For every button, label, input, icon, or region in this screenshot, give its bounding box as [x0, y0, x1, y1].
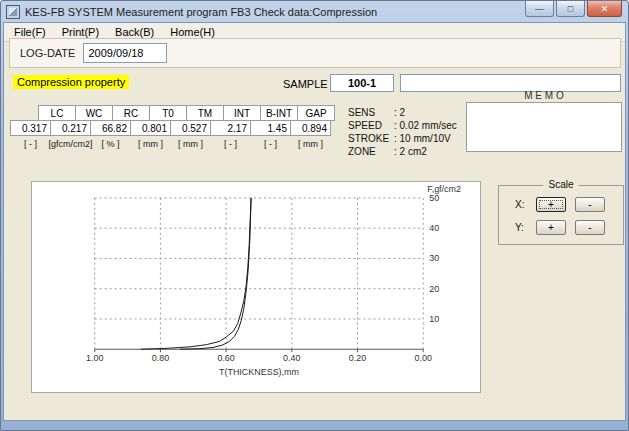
unit-label: [gfcm/cm2] [50, 136, 91, 151]
minimize-button[interactable]: — [525, 1, 554, 17]
x-axis-label: X: [515, 199, 527, 210]
y-tick-label: 40 [429, 223, 439, 233]
unit-label: [ mm ] [290, 136, 331, 151]
value-cell: 0.217 [50, 120, 91, 136]
condition-value: : 2 [394, 106, 405, 119]
app-icon[interactable] [6, 5, 20, 19]
y-scale-minus-button[interactable]: - [575, 220, 605, 235]
condition-label: SPEED [348, 119, 394, 132]
column-header: B-INT [260, 105, 298, 121]
app-window: KES-FB SYSTEM Measurement program FB3 Ch… [0, 0, 629, 431]
unit-label: [ - ] [250, 136, 291, 151]
condition-label: ZONE [348, 145, 394, 158]
unit-label: [ mm ] [170, 136, 211, 151]
client-area: File(F)Print(P)Back(B)Home(H) LOG-DATE 2… [4, 23, 625, 420]
value-cell: 1.45 [250, 120, 291, 136]
y-tick-label: 10 [429, 314, 439, 324]
condition-stroke: STROKE: 10 mm/10V [348, 132, 457, 145]
column-header: INT [223, 105, 261, 121]
condition-label: STROKE [348, 132, 394, 145]
log-date-panel: LOG-DATE 2009/09/18 [9, 38, 621, 68]
chart-y-axis-title: F,gf/cm2 [427, 184, 461, 194]
y-scale-row: Y: + - [515, 220, 623, 235]
value-cell: 0.317 [10, 120, 51, 136]
x-tick-label: 0.60 [217, 353, 234, 363]
column-header: LC [38, 105, 76, 121]
value-cell: 66.82 [90, 120, 131, 136]
x-tick-label: 0.20 [349, 353, 366, 363]
condition-label: SENS [348, 106, 394, 119]
results-table-unit-row: [ - ][gfcm/cm2][ % ][ mm ][ mm ][ - ][ -… [10, 136, 335, 151]
x-tick-label: 0.00 [415, 353, 432, 363]
title-bar[interactable]: KES-FB SYSTEM Measurement program FB3 Ch… [1, 1, 628, 23]
results-table-header-row: LCWCRCT0TMINTB-INTGAP [38, 105, 335, 121]
column-header: GAP [297, 105, 335, 121]
x-tick-label: 0.40 [283, 353, 300, 363]
condition-value: : 0.02 mm/sec [394, 119, 457, 132]
memo-label: M E M O [466, 90, 622, 101]
value-cell: 0.894 [290, 120, 331, 136]
results-table: LCWCRCT0TMINTB-INTGAP 0.3170.21766.820.8… [10, 105, 335, 151]
compression-chart: 1.000.800.600.400.200.001020304050F,gf/c… [32, 182, 480, 393]
y-scale-plus-button[interactable]: + [536, 220, 566, 235]
log-date-label: LOG-DATE [20, 47, 75, 59]
x-tick-label: 0.80 [152, 353, 169, 363]
y-tick-label: 20 [429, 284, 439, 294]
x-scale-minus-button[interactable]: - [575, 197, 605, 212]
y-tick-label: 30 [429, 253, 439, 263]
results-table-value-row: 0.3170.21766.820.8010.5272.171.450.894 [10, 120, 335, 136]
sample-label: SAMPLE [283, 78, 328, 90]
caption-buttons: — □ ✕ [525, 1, 622, 17]
window-title: KES-FB SYSTEM Measurement program FB3 Ch… [25, 6, 520, 18]
compression-recovery-curve [180, 198, 251, 349]
unit-label: [ - ] [10, 136, 51, 151]
y-axis-label: Y: [515, 222, 527, 233]
condition-value: : 10 mm/10V [394, 132, 451, 145]
y-tick-label: 50 [429, 193, 439, 203]
column-header: RC [112, 105, 150, 121]
sample-field[interactable]: 100-1 [330, 74, 394, 92]
condition-speed: SPEED: 0.02 mm/sec [348, 119, 457, 132]
close-button[interactable]: ✕ [587, 1, 622, 17]
unit-label: [ - ] [210, 136, 251, 151]
log-date-field[interactable]: 2009/09/18 [83, 43, 167, 63]
x-scale-row: X: + - [515, 197, 623, 212]
measurement-conditions-panel: SENS: 2SPEED: 0.02 mm/secSTROKE: 10 mm/1… [348, 106, 457, 158]
scale-panel: Scale X: + - Y: + - [498, 185, 624, 245]
property-label: Compression property [13, 75, 129, 89]
chart-x-axis-title: T(THICKNESS),mm [219, 367, 299, 377]
column-header: WC [75, 105, 113, 121]
unit-label: [ mm ] [130, 136, 171, 151]
compression-loading-curve [141, 198, 251, 349]
condition-value: : 2 cm2 [394, 145, 427, 158]
maximize-button[interactable]: □ [556, 1, 585, 17]
column-header: T0 [149, 105, 187, 121]
value-cell: 0.527 [170, 120, 211, 136]
chart-panel: 1.000.800.600.400.200.001020304050F,gf/c… [31, 181, 481, 393]
value-cell: 0.801 [130, 120, 171, 136]
scale-panel-title: Scale [543, 179, 578, 190]
value-cell: 2.17 [210, 120, 251, 136]
condition-sens: SENS: 2 [348, 106, 457, 119]
unit-label: [ % ] [90, 136, 131, 151]
x-tick-label: 1.00 [86, 353, 103, 363]
condition-zone: ZONE: 2 cm2 [348, 145, 457, 158]
column-header: TM [186, 105, 224, 121]
x-scale-plus-button[interactable]: + [536, 197, 566, 212]
memo-box[interactable] [466, 102, 622, 152]
